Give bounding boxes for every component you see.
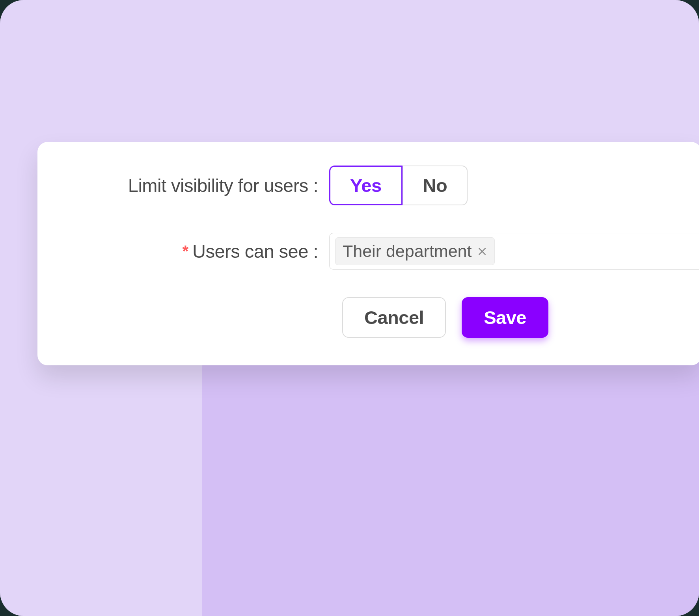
toggle-yes-button[interactable]: Yes: [329, 166, 403, 205]
limit-visibility-label-col: Limit visibility for users :: [85, 175, 329, 196]
users-can-see-label-col: * Users can see :: [85, 240, 329, 262]
settings-dialog: Limit visibility for users : Yes No * Us…: [37, 142, 699, 365]
users-can-see-row: * Users can see : Their department: [37, 233, 699, 270]
limit-visibility-label: Limit visibility for users :: [128, 175, 318, 196]
save-button[interactable]: Save: [462, 297, 548, 338]
background-frame: Limit visibility for users : Yes No * Us…: [0, 0, 699, 616]
chip-their-department: Their department: [335, 237, 495, 265]
users-can-see-select[interactable]: Their department: [329, 233, 699, 270]
limit-visibility-toggle: Yes No: [329, 166, 468, 205]
required-asterisk: *: [182, 242, 188, 260]
chip-remove-icon[interactable]: [477, 246, 487, 257]
toggle-no-button[interactable]: No: [403, 166, 468, 205]
cancel-button[interactable]: Cancel: [342, 297, 446, 338]
limit-visibility-row: Limit visibility for users : Yes No: [37, 166, 699, 205]
chip-label: Their department: [343, 242, 472, 261]
dialog-buttons: Cancel Save: [37, 297, 699, 338]
users-can-see-label: Users can see :: [192, 240, 318, 262]
